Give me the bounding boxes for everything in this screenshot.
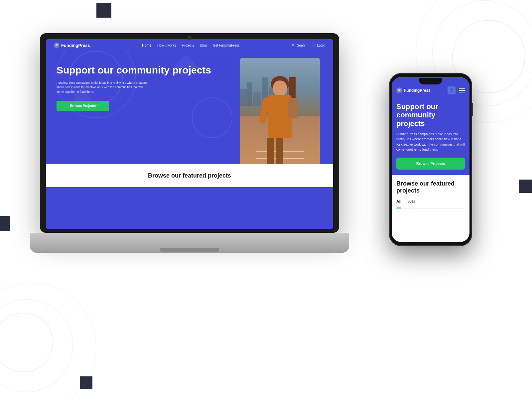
user-icon: 👤 [449,88,454,93]
laptop-mockup: 💡 FundingPress Home How it works Project… [40,33,339,253]
phone-hamburger-menu[interactable] [459,88,465,92]
laptop-navbar: 💡 FundingPress Home How it works Project… [46,39,333,51]
deco-rect-mid-right [519,180,532,193]
phone-side-button [472,103,473,116]
phone-tabs: All Arts [396,199,465,209]
phone-user-icon[interactable]: 👤 [448,86,456,94]
phone-nav-icons: 👤 [448,86,465,94]
hamburger-line-1 [459,88,465,89]
hamburger-line-3 [459,92,465,92]
deco-rect-left-mid [0,216,10,231]
nav-projects[interactable]: Projects [182,44,194,47]
search-area[interactable]: 🔍 Search [292,44,308,47]
phone-logo-icon: 💡 [396,87,402,93]
laptop-hero-section: Support our community projects FundingPr… [46,51,333,164]
phone-notch [419,78,442,84]
hamburger-line-2 [459,90,465,91]
search-label: Search [297,44,308,47]
laptop-base [30,233,349,253]
phone-body: 💡 FundingPress 👤 Support our communi [389,73,472,246]
laptop-nav-actions: 🔍 Search 👤 Login [292,44,325,47]
phone-logo: 💡 FundingPress [396,87,431,93]
laptop-browse-button[interactable]: Browse Projects [57,101,109,111]
phone-logo-text: FundingPress [404,88,431,93]
phone-mockup: 💡 FundingPress 👤 Support our communi [389,73,472,246]
laptop-logo: 💡 FundingPress [54,43,90,48]
search-icon: 🔍 [292,44,296,47]
laptop-hinge [160,248,219,252]
logo-text: FundingPress [61,43,90,48]
phone-white-section: Browse our featured projects All Arts [392,175,469,214]
nav-home[interactable]: Home [142,44,151,47]
laptop-screen: 💡 FundingPress Home How it works Project… [46,39,333,229]
laptop-featured-title: Browse our featured projects [57,172,323,179]
login-label: Login [317,44,325,47]
phone-hero-desc: FundingPress campaigns make ideas into r… [396,132,465,152]
phone-screen: 💡 FundingPress 👤 Support our communi [392,77,469,242]
phone-hero-section: Support our community projects FundingPr… [392,98,469,175]
laptop-white-section: Browse our featured projects [46,164,333,187]
logo-icon: 💡 [54,43,59,48]
nav-get-fundingpress[interactable]: Get FundingPress [213,44,240,47]
phone-browse-button[interactable]: Browse Projects [396,158,465,170]
deco-circle-left-3 [0,283,96,399]
laptop-hero-image [240,58,320,164]
laptop-body: 💡 FundingPress Home How it works Project… [40,33,339,233]
laptop-camera [188,36,192,40]
laptop-hero-desc: FundingPress campaigns make ideas into r… [57,81,150,94]
phone-featured-title: Browse our featured projects [396,180,465,195]
phone-tab-arts[interactable]: Arts [408,199,415,206]
nav-how-it-works[interactable]: How it works [157,44,176,47]
login-area[interactable]: 👤 Login [312,44,325,47]
phone-hero-title: Support our community projects [396,102,465,128]
phone-tab-all[interactable]: All [396,199,401,206]
nav-blog[interactable]: Blog [200,44,207,47]
deco-rect-top [96,3,111,18]
login-icon: 👤 [312,44,316,47]
laptop-nav-links: Home How it works Projects Blog Get Fund… [142,44,239,47]
